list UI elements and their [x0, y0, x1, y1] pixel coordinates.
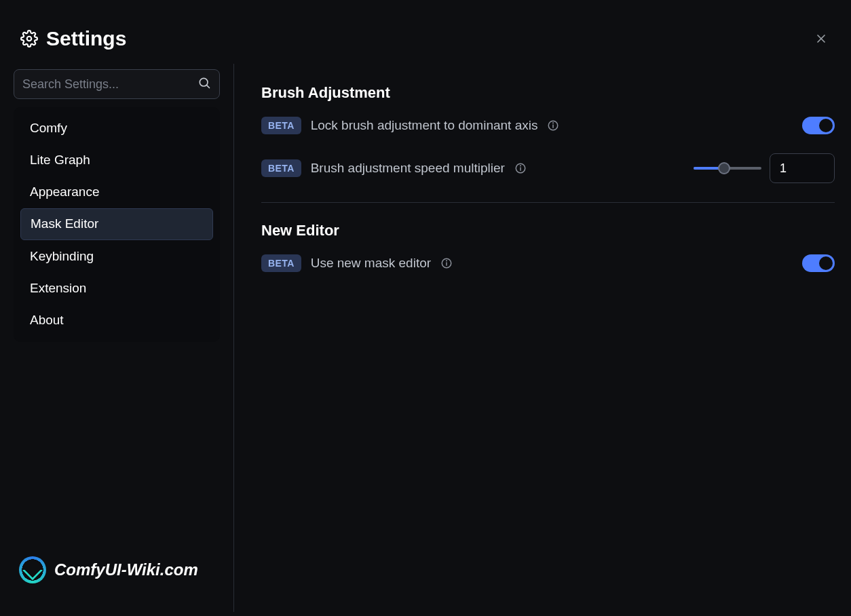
- header-left: Settings: [20, 27, 126, 50]
- svg-point-7: [553, 123, 554, 123]
- svg-point-0: [27, 37, 32, 41]
- slider-thumb[interactable]: [718, 162, 730, 174]
- page-title: Settings: [46, 27, 126, 50]
- brush-speed-input[interactable]: [770, 153, 835, 183]
- sidebar-item-mask-editor[interactable]: Mask Editor: [20, 208, 213, 240]
- sidebar-item-about[interactable]: About: [20, 305, 213, 336]
- toggle-use-new-editor[interactable]: [802, 254, 835, 272]
- beta-badge: BETA: [261, 254, 301, 272]
- section-title-new-editor: New Editor: [261, 222, 835, 239]
- setting-row-brush-speed: BETA Brush adjustment speed multiplier: [261, 153, 835, 183]
- search-input[interactable]: [22, 77, 197, 92]
- body: Comfy Lite Graph Appearance Mask Editor …: [0, 64, 851, 612]
- section-divider: [261, 202, 835, 203]
- close-button[interactable]: [812, 29, 831, 48]
- svg-point-10: [521, 166, 521, 166]
- sidebar-nav: Comfy Lite Graph Appearance Mask Editor …: [14, 107, 220, 342]
- header: Settings: [0, 0, 851, 64]
- brush-speed-slider[interactable]: [694, 167, 761, 170]
- beta-badge: BETA: [261, 117, 301, 134]
- svg-point-3: [200, 78, 208, 86]
- setting-label: Brush adjustment speed multiplier: [311, 161, 505, 176]
- info-icon[interactable]: [547, 119, 559, 132]
- logo-icon: [19, 556, 46, 583]
- toggle-knob: [819, 256, 833, 270]
- setting-row-use-new-editor: BETA Use new mask editor: [261, 254, 835, 272]
- search-field-wrap[interactable]: [14, 69, 220, 99]
- watermark-text: ComfyUI-Wiki.com: [54, 560, 198, 579]
- toggle-lock-brush[interactable]: [802, 117, 835, 134]
- watermark: ComfyUI-Wiki.com: [19, 556, 198, 583]
- beta-badge: BETA: [261, 159, 301, 177]
- info-icon[interactable]: [440, 257, 453, 269]
- sidebar-item-comfy[interactable]: Comfy: [20, 113, 213, 144]
- info-icon[interactable]: [514, 162, 527, 174]
- slider-wrap: [694, 153, 835, 183]
- sidebar: Comfy Lite Graph Appearance Mask Editor …: [0, 64, 234, 612]
- setting-row-lock-brush: BETA Lock brush adjustment to dominant a…: [261, 117, 835, 134]
- sidebar-item-extension[interactable]: Extension: [20, 273, 213, 304]
- setting-label: Lock brush adjustment to dominant axis: [311, 118, 538, 133]
- svg-point-13: [447, 261, 447, 261]
- sidebar-item-lite-graph[interactable]: Lite Graph: [20, 145, 213, 176]
- section-title-brush: Brush Adjustment: [261, 84, 835, 102]
- sidebar-item-appearance[interactable]: Appearance: [20, 177, 213, 208]
- sidebar-item-keybinding[interactable]: Keybinding: [20, 242, 213, 272]
- svg-line-4: [207, 85, 210, 88]
- toggle-knob: [819, 119, 833, 132]
- content: Brush Adjustment BETA Lock brush adjustm…: [234, 64, 851, 612]
- gear-icon: [20, 30, 38, 47]
- setting-label: Use new mask editor: [311, 256, 431, 271]
- search-icon: [197, 76, 211, 92]
